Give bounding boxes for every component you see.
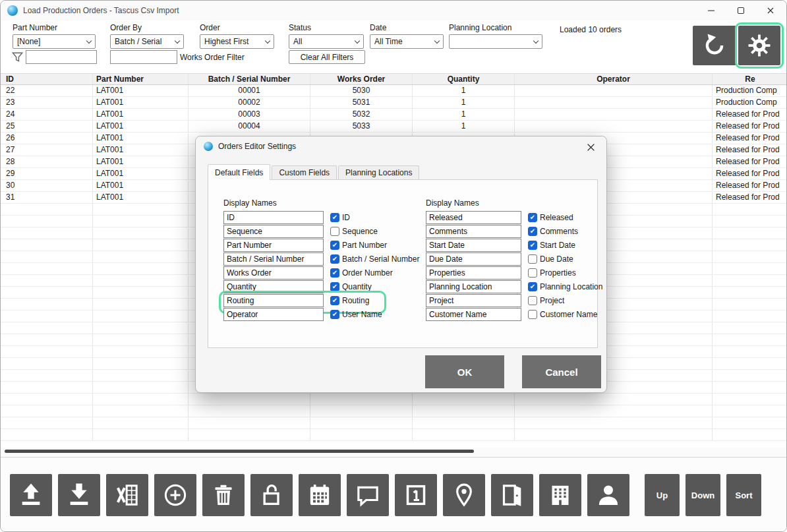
one-button[interactable]	[395, 474, 437, 516]
checkbox-label-routing: Routing	[342, 296, 369, 305]
calendar-button[interactable]	[299, 474, 341, 516]
display-name-input-part-number[interactable]	[223, 239, 324, 252]
cell-id	[1, 382, 93, 393]
refresh-button[interactable]	[693, 26, 736, 65]
display-name-input-comments[interactable]	[426, 225, 521, 238]
display-name-input-planning-location[interactable]	[426, 280, 521, 293]
display-name-input-properties[interactable]	[426, 266, 521, 280]
cell-status: Released for Prod	[713, 156, 787, 167]
checkbox-comments[interactable]: ✔	[528, 227, 537, 236]
table-row[interactable]: 23LAT0010000250311 Production Comp	[1, 97, 787, 109]
checkbox-sequence[interactable]	[330, 227, 339, 236]
checkbox-order-number[interactable]: ✔	[330, 268, 339, 278]
column-header-id[interactable]: ID	[1, 74, 93, 84]
checkbox-due-date[interactable]	[528, 254, 537, 264]
tab-default-fields[interactable]: Default Fields	[208, 164, 270, 180]
dialog-close-button[interactable]	[583, 141, 598, 153]
display-name-input-batch-serial-number[interactable]	[223, 252, 324, 266]
maximize-button[interactable]	[726, 1, 755, 20]
column-header-re[interactable]: Re	[713, 74, 787, 84]
checkbox-user-name[interactable]: ✔	[330, 310, 339, 319]
cell-status	[713, 204, 787, 215]
checkbox-id[interactable]: ✔	[330, 213, 339, 222]
table-row[interactable]: 24LAT0010000350321 Released for Prod	[1, 109, 787, 121]
download-button[interactable]	[58, 474, 100, 516]
checkbox-quantity[interactable]: ✔	[330, 282, 339, 291]
tab-planning-locations[interactable]: Planning Locations	[338, 165, 419, 179]
cell-part	[93, 251, 189, 262]
order-select-value: Highest First	[200, 37, 262, 46]
checkbox-properties[interactable]	[528, 268, 537, 278]
display-name-input-quantity[interactable]	[223, 280, 324, 293]
excel-button[interactable]	[106, 474, 148, 516]
checkbox-customer-name[interactable]	[528, 310, 537, 319]
toolbar-up-button[interactable]: Up	[645, 474, 680, 516]
display-name-input-routing[interactable]	[223, 294, 324, 307]
toolbar-down-button[interactable]: Down	[685, 474, 720, 516]
checkbox-label-released: Released	[540, 213, 573, 222]
planning-location-select[interactable]	[449, 34, 542, 49]
date-select[interactable]: All Time	[370, 34, 444, 49]
display-name-input-released[interactable]	[426, 211, 521, 224]
cell-status	[713, 239, 787, 251]
display-name-input-customer-name[interactable]	[426, 308, 521, 321]
checkbox-routing[interactable]: ✔	[330, 296, 339, 305]
display-name-input-id[interactable]	[223, 211, 324, 224]
unlock-button[interactable]	[250, 474, 293, 516]
close-button[interactable]	[755, 1, 785, 20]
horizontal-scrollbar-thumb[interactable]	[5, 450, 474, 453]
checkbox-planning-location[interactable]: ✔	[528, 282, 537, 291]
titlebar[interactable]: Load Production Orders - Tascus Csv Impo…	[1, 1, 786, 20]
dialog-titlebar[interactable]: Orders Editor Settings	[196, 136, 606, 156]
checkbox-released[interactable]: ✔	[528, 213, 537, 222]
display-name-input-project[interactable]	[426, 294, 521, 307]
display-name-input-user-name[interactable]	[223, 308, 324, 321]
settings-button[interactable]	[738, 26, 780, 65]
display-name-input-start-date[interactable]	[426, 239, 521, 252]
table-row[interactable]: 22LAT0010000150301 Production Comp	[1, 85, 787, 97]
works-order-filter-input[interactable]	[110, 50, 177, 64]
checkbox-start-date[interactable]: ✔	[528, 241, 537, 250]
table-row[interactable]: 25LAT0010000450331 Released for Prod	[1, 121, 787, 133]
table-row[interactable]	[1, 405, 787, 417]
column-header-batch-serial-number[interactable]: Batch / Serial Number	[189, 74, 310, 84]
table-row[interactable]	[1, 417, 787, 429]
building-icon	[547, 482, 573, 508]
part-filter-input[interactable]	[26, 50, 97, 64]
toolbar-sort-button[interactable]: Sort	[726, 474, 761, 516]
horizontal-scrollbar[interactable]	[1, 448, 787, 456]
order-select[interactable]: Highest First	[200, 34, 274, 49]
cell-id	[1, 275, 93, 286]
ok-button[interactable]: OK	[425, 355, 504, 388]
tab-custom-fields[interactable]: Custom Fields	[272, 165, 337, 179]
display-name-input-due-date[interactable]	[426, 252, 521, 266]
field-row-batch-serial-number: ✔Batch / Serial Number	[223, 252, 419, 266]
checkbox-part-number[interactable]: ✔	[330, 241, 339, 250]
column-header-quantity[interactable]: Quantity	[413, 74, 515, 84]
minimize-button[interactable]	[696, 1, 726, 20]
display-name-input-order-number[interactable]	[223, 266, 324, 280]
column-header-part-number[interactable]: Part Number	[93, 74, 189, 84]
cell-qty	[413, 405, 515, 417]
cell-part	[93, 429, 189, 440]
upload-button[interactable]	[10, 474, 52, 516]
person-button[interactable]	[587, 474, 629, 516]
checkbox-batch-serial-number[interactable]: ✔	[330, 254, 339, 264]
building-button[interactable]	[539, 474, 581, 516]
clear-all-filters-button[interactable]: Clear All Filters	[289, 50, 365, 64]
part-number-select[interactable]: [None]	[13, 34, 96, 49]
delete-button[interactable]	[202, 474, 245, 516]
door-button[interactable]	[491, 474, 533, 516]
column-header-operator[interactable]: Operator	[515, 74, 713, 84]
order-by-select[interactable]: Batch / Serial	[110, 34, 184, 49]
display-name-input-sequence[interactable]	[223, 225, 324, 238]
status-select[interactable]: All	[289, 34, 364, 49]
add-button[interactable]	[154, 474, 196, 516]
table-row[interactable]	[1, 394, 787, 405]
checkbox-project[interactable]	[528, 296, 537, 305]
table-row[interactable]	[1, 429, 787, 441]
location-button[interactable]	[443, 474, 485, 516]
comment-button[interactable]	[347, 474, 389, 516]
column-header-works-order[interactable]: Works Order	[310, 74, 413, 84]
cancel-button[interactable]: Cancel	[522, 355, 601, 388]
